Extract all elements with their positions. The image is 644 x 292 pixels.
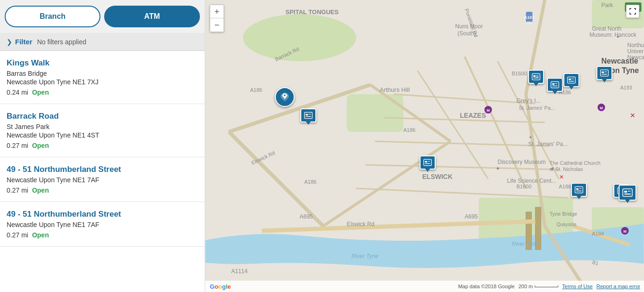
svg-rect-124 xyxy=(579,188,580,189)
atm-icon xyxy=(300,108,316,122)
svg-rect-90 xyxy=(532,73,540,80)
atm-icon-large xyxy=(619,185,636,201)
result-item[interactable]: Barrack Road St James Park Newcastle Upo… xyxy=(0,104,205,157)
atm-icon xyxy=(528,70,544,84)
svg-text:A695: A695 xyxy=(300,213,313,220)
svg-rect-98 xyxy=(552,83,554,85)
svg-rect-120 xyxy=(606,72,607,73)
atm-marker-3[interactable] xyxy=(563,73,579,87)
result-street: Barras Bridge xyxy=(7,70,198,77)
svg-text:Life Science Cent...: Life Science Cent... xyxy=(507,178,556,184)
terms-of-use-link[interactable]: Terms of Use xyxy=(562,284,593,289)
atm-marker-6[interactable] xyxy=(596,66,612,80)
scale-bar: 200 m xyxy=(519,284,559,289)
result-meta: 0.27 mi Open xyxy=(7,187,198,194)
svg-text:✦: ✦ xyxy=(616,34,620,40)
svg-text:A186: A186 xyxy=(250,87,263,93)
svg-text:SPITAL TONGUES: SPITAL TONGUES xyxy=(286,8,339,16)
svg-text:Elswick Rd: Elswick Rd xyxy=(347,221,375,227)
svg-text:M: M xyxy=(487,108,490,113)
svg-rect-94 xyxy=(537,76,537,77)
svg-text:A193: A193 xyxy=(620,85,633,90)
atm-marker-2[interactable] xyxy=(547,78,563,92)
svg-text:A186: A186 xyxy=(305,179,317,185)
svg-rect-2 xyxy=(347,94,404,132)
zoom-in-button[interactable]: + xyxy=(210,5,223,18)
svg-rect-107 xyxy=(305,112,313,118)
atm-icon xyxy=(547,78,563,92)
svg-text:Newcastle...: Newcastle... xyxy=(627,54,644,61)
svg-rect-111 xyxy=(305,116,311,117)
svg-rect-115 xyxy=(429,161,430,162)
svg-rect-134 xyxy=(628,191,629,192)
map-zoom-controls: + − xyxy=(210,5,224,32)
svg-text:Park: Park xyxy=(602,2,614,8)
svg-rect-105 xyxy=(573,79,574,80)
result-name: Barrack Road xyxy=(7,112,198,121)
result-distance: 0.27 mi xyxy=(7,231,28,239)
atm-marker-shieldfield[interactable] xyxy=(619,185,636,201)
svg-rect-102 xyxy=(568,77,576,83)
result-item[interactable]: Kings Walk Barras Bridge Newcastle Upon … xyxy=(0,51,205,104)
atm-marker-4[interactable] xyxy=(300,108,316,122)
atm-marker-5[interactable] xyxy=(420,155,436,170)
zoom-out-button[interactable]: − xyxy=(210,18,223,32)
result-distance: 0.27 mi xyxy=(7,142,28,149)
fullscreen-button[interactable] xyxy=(626,5,639,18)
svg-text:River Tyne: River Tyne xyxy=(352,253,379,260)
atm-marker-1[interactable] xyxy=(528,70,544,84)
result-open-status: Open xyxy=(32,231,49,239)
svg-rect-92 xyxy=(537,75,537,76)
svg-rect-125 xyxy=(580,188,581,189)
google-logo: Google xyxy=(210,283,231,290)
svg-text:University: University xyxy=(627,48,644,55)
svg-rect-108 xyxy=(305,114,308,115)
svg-text:Grey's I...: Grey's I... xyxy=(517,97,541,104)
svg-text:Arthurs Hill: Arthurs Hill xyxy=(380,86,410,93)
branch-marker[interactable] xyxy=(275,87,295,107)
svg-rect-133 xyxy=(624,191,627,193)
result-city: Newcastle Upon Tyne NE1 7AF xyxy=(7,176,198,184)
svg-text:(M): (M) xyxy=(527,21,532,24)
svg-rect-114 xyxy=(428,161,429,162)
map-footer: Google Map data ©2018 Google 200 m Terms… xyxy=(205,281,644,292)
svg-text:✦: ✦ xyxy=(528,135,532,140)
filter-button[interactable]: Filter xyxy=(15,38,33,46)
report-map-error-link[interactable]: Report a map error xyxy=(596,284,640,289)
svg-text:B1600: B1600 xyxy=(512,71,527,76)
svg-text:Museum: Hancock: Museum: Hancock xyxy=(590,32,637,38)
svg-text:✦: ✦ xyxy=(550,166,554,172)
filter-status: No filters applied xyxy=(37,38,86,46)
result-meta: 0.27 mi Open xyxy=(7,142,198,149)
svg-rect-118 xyxy=(602,72,604,73)
map-panel[interactable]: A167 (M) Barrack Rd Elswick Rd Elswick R… xyxy=(205,0,644,292)
result-meta: 0.27 mi Open xyxy=(7,231,198,239)
svg-rect-93 xyxy=(537,75,538,76)
result-open-status: Open xyxy=(32,187,49,194)
svg-text:LEAZES: LEAZES xyxy=(460,112,486,119)
svg-text:✕: ✕ xyxy=(559,174,564,180)
svg-text:M: M xyxy=(600,106,603,110)
atm-marker-7[interactable] xyxy=(571,183,587,197)
svg-rect-101 xyxy=(552,86,558,87)
result-item[interactable]: 49 - 51 Northumberland Street Newcastle … xyxy=(0,202,205,247)
result-city: Newcastle Upon Tyne NE1 7XJ xyxy=(7,78,198,86)
svg-text:ELSWICK: ELSWICK xyxy=(422,173,453,180)
svg-text:A167: A167 xyxy=(524,15,535,20)
svg-point-89 xyxy=(284,95,285,96)
svg-text:A186: A186 xyxy=(404,127,416,133)
result-meta: 0.24 mi Open xyxy=(7,89,198,96)
svg-rect-121 xyxy=(602,74,607,75)
svg-text:✕: ✕ xyxy=(630,112,636,119)
svg-text:B1600: B1600 xyxy=(517,184,532,189)
fullscreen-icon xyxy=(629,8,636,15)
tab-branch[interactable]: Branch xyxy=(5,6,100,27)
result-item[interactable]: 49 - 51 Northumberland Street Newcastle … xyxy=(0,157,205,202)
svg-text:Great North: Great North xyxy=(592,25,622,32)
svg-rect-109 xyxy=(309,114,310,115)
atm-icon xyxy=(596,66,612,80)
left-panel: Branch ATM ❯ Filter No filters applied K… xyxy=(0,0,205,292)
svg-rect-117 xyxy=(601,70,609,76)
map-background: A167 (M) Barrack Rd Elswick Rd Elswick R… xyxy=(205,0,644,292)
tab-atm[interactable]: ATM xyxy=(104,6,200,27)
